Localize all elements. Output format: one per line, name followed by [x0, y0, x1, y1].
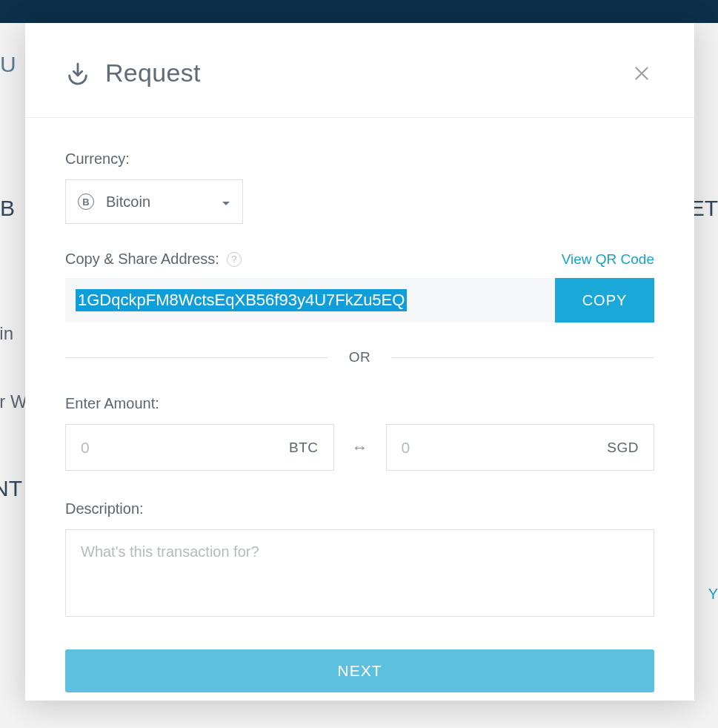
- description-label: Description:: [65, 500, 654, 517]
- modal-body: Currency: B Bitcoin Copy & Share Address…: [25, 118, 694, 722]
- swap-icon[interactable]: ↔: [352, 438, 368, 457]
- close-button[interactable]: [629, 61, 654, 86]
- fiat-amount-wrap: SGD: [386, 424, 655, 471]
- modal-title: Request: [105, 59, 201, 87]
- currency-selected-value: Bitcoin: [106, 193, 150, 211]
- address-text: 1GDqckpFM8WctsEqXB56f93y4U7FkZu5EQ: [76, 289, 407, 311]
- address-label-text: Copy & Share Address:: [65, 251, 219, 268]
- address-section: Copy & Share Address: ? View QR Code 1GD…: [65, 251, 654, 322]
- request-modal: Request Currency: B Bitcoin Copy & Sha: [25, 23, 694, 701]
- divider-line-left: [65, 357, 328, 358]
- address-header-row: Copy & Share Address: ? View QR Code: [65, 251, 654, 268]
- address-label: Copy & Share Address: ?: [65, 251, 242, 268]
- address-value[interactable]: 1GDqckpFM8WctsEqXB56f93y4U7FkZu5EQ: [65, 278, 555, 322]
- description-section: Description:: [65, 500, 654, 620]
- or-divider: OR: [65, 349, 654, 365]
- copy-button[interactable]: COPY: [555, 278, 654, 322]
- bitcoin-icon: B: [78, 193, 94, 210]
- divider-text: OR: [349, 349, 371, 365]
- crypto-amount-input[interactable]: [81, 439, 289, 457]
- bg-text-fragment: NT: [0, 476, 22, 501]
- description-input[interactable]: [65, 529, 654, 617]
- next-button[interactable]: NEXT: [65, 649, 654, 692]
- currency-section: Currency: B Bitcoin: [65, 150, 654, 224]
- help-icon[interactable]: ?: [227, 252, 242, 267]
- fiat-suffix: SGD: [607, 440, 639, 456]
- fiat-amount-input[interactable]: [402, 439, 608, 457]
- crypto-amount-wrap: BTC: [65, 424, 334, 471]
- bg-text-fragment: Y: [708, 586, 718, 603]
- modal-header: Request: [25, 23, 694, 118]
- modal-title-wrap: Request: [65, 59, 201, 87]
- app-top-bar: [0, 0, 718, 23]
- amount-row: BTC ↔ SGD: [65, 424, 654, 471]
- bg-text-fragment: oin: [0, 323, 13, 344]
- currency-label: Currency:: [65, 150, 654, 168]
- address-box: 1GDqckpFM8WctsEqXB56f93y4U7FkZu5EQ COPY: [65, 278, 654, 322]
- bg-text-fragment: er W: [0, 391, 27, 412]
- view-qr-link[interactable]: View QR Code: [562, 251, 654, 268]
- currency-select[interactable]: B Bitcoin: [65, 179, 243, 224]
- amount-label: Enter Amount:: [65, 395, 654, 412]
- amount-section: Enter Amount: BTC ↔ SGD: [65, 395, 654, 500]
- request-icon: [65, 61, 90, 86]
- crypto-suffix: BTC: [289, 440, 319, 456]
- chevron-down-icon: [222, 193, 230, 211]
- bg-text-fragment: U: [0, 52, 16, 77]
- divider-line-right: [391, 357, 654, 358]
- bg-text-fragment: B: [0, 196, 15, 221]
